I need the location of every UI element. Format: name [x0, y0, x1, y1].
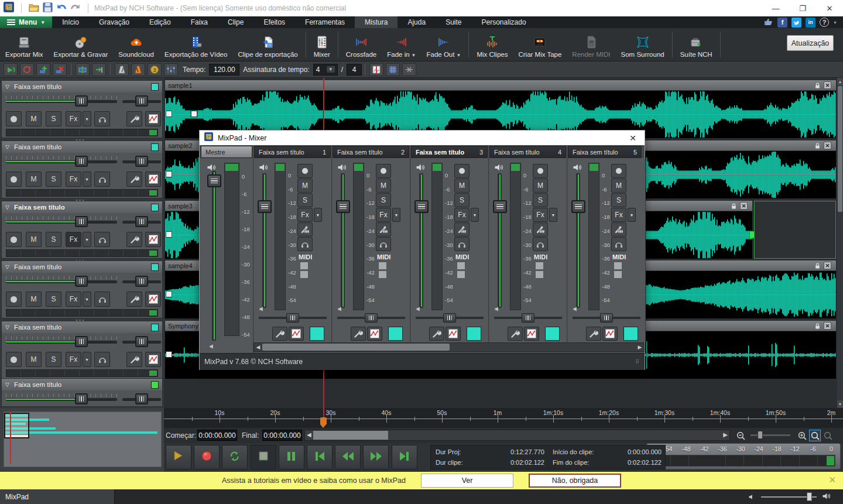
track-volume-slider[interactable] — [6, 398, 117, 401]
channel-pan-slider[interactable] — [494, 317, 562, 319]
ribbon-fade-out[interactable]: Fade Out▼ — [422, 28, 467, 61]
clip-header[interactable]: sample1 — [165, 80, 836, 91]
add-track-icon[interactable] — [36, 63, 50, 76]
skip-end-button[interactable] — [392, 445, 417, 469]
pan-slider-handle[interactable] — [135, 216, 148, 227]
fx-dropdown-icon[interactable]: ▼ — [83, 111, 91, 126]
channel-fader-handle[interactable] — [493, 200, 507, 213]
channel-fader-track[interactable] — [262, 173, 266, 308]
channel-fx-button[interactable]: Fx — [533, 208, 548, 222]
solo-button[interactable]: S — [46, 232, 61, 247]
fx-dropdown-icon[interactable]: ▼ — [83, 172, 91, 187]
channel-fader-track[interactable] — [341, 173, 345, 308]
ribbon-soundcloud[interactable]: Soundcloud — [113, 28, 159, 61]
channel-fx-button[interactable]: Fx — [376, 208, 391, 222]
snap-lines-icon[interactable] — [402, 63, 416, 76]
scroll-up-icon[interactable]: ▲ — [837, 78, 843, 85]
collapse-chevron-icon[interactable]: ▽ — [5, 382, 9, 388]
channel-mute-button[interactable]: M — [454, 179, 470, 193]
mixer-channel-header-5[interactable]: Faixa sem título5 — [568, 146, 642, 158]
track-volume-slider[interactable] — [6, 280, 117, 283]
mixer-channel-header-2[interactable]: Faixa sem título2 — [333, 146, 409, 158]
loop-button[interactable] — [222, 445, 248, 469]
mixer-scrollbar-thumb[interactable] — [262, 344, 450, 351]
volume-slider-handle[interactable] — [807, 492, 812, 501]
mixer-horizontal-scrollbar[interactable]: ◀ ▶ — [253, 342, 645, 352]
tab-suite[interactable]: Suite — [436, 16, 471, 28]
record-arm-button[interactable] — [6, 111, 22, 126]
channel-solo-button[interactable]: S — [376, 193, 391, 207]
automation-button[interactable] — [145, 232, 161, 247]
track-settings-wrench-button[interactable] — [126, 352, 142, 367]
channel-monitor-button[interactable] — [454, 237, 470, 251]
track-color-swatch[interactable] — [151, 324, 159, 331]
volume-slider-handle[interactable] — [75, 156, 88, 167]
solo-button[interactable]: S — [46, 111, 61, 126]
timeline-ruler[interactable]: 10s20s30s40s50s1m1m:10s1m:20s1m:30s1m:40… — [164, 408, 843, 428]
midi-indicator-1[interactable] — [536, 262, 543, 269]
pan-slider-handle[interactable] — [135, 95, 148, 107]
channel-fader-handle[interactable] — [571, 200, 585, 213]
vertical-scrollbar-thumb[interactable] — [838, 86, 842, 212]
channel-fx-button[interactable]: Fx — [611, 208, 626, 222]
channel-settings-wrench-button[interactable] — [272, 327, 287, 341]
automation-button[interactable] — [145, 111, 161, 126]
ribbon-exportacao-de-video[interactable]: Exportação de Vídeo — [159, 28, 232, 61]
record-arm-button[interactable] — [6, 232, 22, 247]
channel-solo-button[interactable]: S — [533, 193, 548, 207]
time-signature-top-select[interactable]: 4▼ — [313, 64, 338, 76]
fx-button[interactable]: Fx — [66, 292, 81, 307]
record-button[interactable] — [194, 445, 220, 469]
mute-button[interactable]: M — [26, 232, 42, 247]
ribbon-render-midi[interactable]: Render MIDI — [567, 28, 615, 61]
tab-mistura[interactable]: Mistura — [355, 16, 397, 28]
midi-indicator-2[interactable] — [536, 271, 543, 278]
open-folder-icon[interactable] — [29, 2, 39, 15]
linkedin-icon[interactable]: in — [806, 18, 815, 28]
help-dropdown-icon[interactable]: ▼ — [833, 20, 837, 25]
volume-max-icon[interactable] — [822, 492, 831, 503]
volume-slider-handle[interactable] — [75, 393, 88, 404]
master-fader-handle[interactable] — [207, 174, 221, 187]
resize-grip[interactable]: ⠿ — [635, 359, 640, 365]
channel-record-arm-button[interactable] — [454, 164, 470, 178]
record-arm-button[interactable] — [6, 172, 22, 187]
mute-button[interactable]: M — [26, 352, 42, 367]
automation-button[interactable] — [145, 292, 161, 307]
clip-close-icon[interactable]: ✕ — [824, 322, 831, 330]
tab-ajuda[interactable]: Ajuda — [397, 16, 436, 28]
tab-gravacao[interactable]: Gravação — [89, 16, 139, 28]
track-volume-slider[interactable] — [6, 341, 117, 344]
master-fader-track[interactable] — [212, 171, 216, 341]
ribbon-clipe-de-exportacao[interactable]: Clipe de exportação — [232, 28, 303, 61]
track-header[interactable]: ▽ Faixa sem título — [2, 141, 162, 153]
envelope-handle[interactable] — [166, 111, 172, 117]
channel-mute-speaker-icon[interactable] — [494, 304, 501, 315]
track-header[interactable]: ▽ Faixa sem título — [2, 379, 162, 390]
zoom-in-icon[interactable] — [796, 430, 808, 441]
channel-monitor-button[interactable] — [611, 237, 626, 251]
track-settings-wrench-button[interactable] — [126, 232, 142, 247]
channel-solo-button[interactable]: S — [611, 193, 626, 207]
track-volume-slider[interactable] — [6, 100, 117, 103]
channel-settings-wrench-button[interactable] — [429, 327, 444, 341]
channel-fader-handle[interactable] — [336, 200, 350, 213]
ribbon-mixer[interactable]: Mixer — [309, 28, 335, 61]
like-icon[interactable] — [763, 16, 773, 28]
channel-monitor-button[interactable] — [376, 237, 391, 251]
pan-slider-handle[interactable] — [135, 336, 148, 347]
monitor-headphones-button[interactable] — [94, 111, 110, 126]
mixer-title-bar[interactable]: MixPad - Mixer ✕ — [200, 131, 645, 145]
triplet-icon[interactable]: 3 — [148, 63, 162, 76]
pan-handle[interactable] — [600, 313, 613, 323]
mixer-scroll-right-icon[interactable]: ▶ — [636, 343, 644, 351]
scroll-left-icon[interactable]: ◀ — [307, 431, 311, 438]
solo-button[interactable]: S — [46, 352, 61, 367]
navigator-viewport[interactable] — [4, 413, 29, 438]
midi-indicator-2[interactable] — [457, 271, 465, 278]
mixer-close-button[interactable]: ✕ — [626, 133, 640, 143]
collapse-chevron-icon[interactable]: ▽ — [5, 324, 9, 330]
channel-fader-track[interactable] — [498, 173, 502, 308]
track-header[interactable]: ▽ Faixa sem título — [2, 81, 162, 92]
tab-edicao[interactable]: Edição — [139, 16, 181, 28]
